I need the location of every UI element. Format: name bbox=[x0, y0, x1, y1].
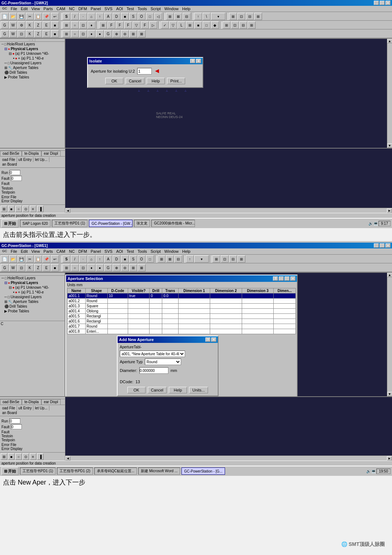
table-row[interactable]: a001.4 Oblong bbox=[68, 309, 296, 314]
aperture-table-select[interactable]: a001, *New Aperture Table for 40-4ET7AP-… bbox=[120, 351, 185, 357]
ico2-4[interactable]: ⊙ bbox=[23, 453, 29, 460]
t2-b13[interactable]: ⊟ bbox=[174, 255, 182, 263]
tb22-16[interactable]: ⊞ bbox=[129, 264, 137, 271]
menu-dfm[interactable]: DFM bbox=[77, 6, 89, 11]
tree2-aperture[interactable]: ⊞ 🔧 Aperture Tables bbox=[0, 299, 65, 304]
ok-button[interactable]: OK bbox=[105, 78, 123, 84]
tree2-physical[interactable]: ⊟ ● Physical Layers bbox=[0, 280, 65, 285]
t2-b18[interactable]: ⊞ bbox=[237, 255, 245, 263]
tb3-3[interactable]: ⊡ bbox=[17, 30, 25, 37]
btn12[interactable]: ⊞ bbox=[166, 13, 174, 20]
new-btn[interactable]: 📄 bbox=[1, 13, 9, 20]
t2-open[interactable]: 📂 bbox=[9, 255, 17, 263]
taskbar2-gz1[interactable]: 工艺指导书PD1 (1) bbox=[20, 467, 56, 475]
scroll-left-btn[interactable]: ◄ bbox=[65, 208, 70, 213]
start-button1[interactable]: ⊞ 开始 bbox=[1, 219, 19, 227]
menu-panel[interactable]: Panel bbox=[89, 6, 102, 11]
menu2-nc[interactable]: NC bbox=[68, 249, 76, 254]
tree2-p1-1[interactable]: • ● + (a) P1.1 *40-e bbox=[0, 290, 65, 295]
tree-drill-tables[interactable]: ⚫ Drill Tables bbox=[0, 70, 65, 75]
btn16[interactable]: \ bbox=[203, 13, 211, 20]
menu2-window[interactable]: Window bbox=[163, 249, 180, 254]
tree-probe-tables[interactable]: ▶ Probe Tables bbox=[0, 75, 65, 80]
load-file-item[interactable]: oad File bbox=[1, 157, 17, 162]
scroll2-down[interactable]: ▼ bbox=[387, 392, 392, 396]
table-row[interactable]: a001.1 Round 10 true 0 0.0 bbox=[68, 293, 296, 299]
icon-btn1[interactable]: ⊞ bbox=[1, 206, 7, 212]
tree2-p1[interactable]: ⊟ ● (a) P1 Unknown *40- bbox=[0, 285, 65, 290]
tb22-5[interactable]: Z bbox=[34, 264, 42, 271]
undo-btn[interactable]: ↩ bbox=[51, 13, 59, 20]
table-row[interactable]: a001.3 Square bbox=[68, 304, 296, 309]
tb22-14[interactable]: ⊕ bbox=[113, 264, 121, 271]
btn2[interactable]: ∙ bbox=[79, 13, 87, 20]
table-row[interactable]: a001.2 Round bbox=[68, 299, 296, 304]
menu2-file[interactable]: File bbox=[9, 249, 19, 254]
menu2-gc[interactable]: GC bbox=[1, 249, 9, 254]
add-aper-q[interactable]: ? bbox=[205, 337, 211, 342]
tb2-27[interactable]: ⊡ bbox=[231, 21, 239, 29]
tb3-10[interactable]: ⊡ bbox=[79, 30, 87, 37]
aper-min-btn[interactable]: ─ bbox=[279, 276, 284, 281]
t2-b5[interactable]: A bbox=[104, 255, 112, 263]
t2-b14[interactable]: ↑ bbox=[186, 255, 194, 263]
add-units-btn[interactable]: Units... bbox=[189, 387, 208, 393]
tb3-14[interactable]: ⊕ bbox=[113, 30, 121, 37]
tb22-6[interactable]: E bbox=[42, 264, 50, 271]
tb2-23[interactable]: ■ bbox=[194, 21, 202, 29]
taskbar-gc1[interactable]: GC-PowerStation - [GW... bbox=[89, 220, 132, 227]
tb3-2[interactable]: W bbox=[9, 30, 17, 37]
btn6[interactable]: D bbox=[113, 13, 121, 20]
btn11[interactable]: ◁ bbox=[154, 13, 162, 20]
taskbar-gz1[interactable]: 工艺指导书PD1 (1) bbox=[52, 220, 87, 227]
icon-btn3[interactable]: ○ bbox=[15, 206, 22, 212]
tb3-8[interactable]: ⊞ bbox=[62, 30, 70, 37]
tb22-1[interactable]: G bbox=[1, 264, 9, 271]
sidebar2-resize[interactable] bbox=[0, 273, 65, 276]
tb22-11[interactable]: ♦ bbox=[87, 264, 95, 271]
cut-btn[interactable]: ✂ bbox=[26, 13, 34, 20]
tree-unassigned[interactable]: ─ □ Unassigned Layers bbox=[0, 61, 65, 65]
tb2-11[interactable]: ♦ bbox=[87, 21, 95, 29]
menu2-aoi[interactable]: AOI bbox=[115, 249, 124, 254]
tb3-12[interactable]: ● bbox=[96, 30, 104, 37]
menu-cam[interactable]: CAM bbox=[55, 6, 67, 11]
btn19[interactable]: ⊟ bbox=[246, 13, 254, 20]
tb2-13[interactable]: F bbox=[107, 21, 115, 29]
btn10[interactable]: □ bbox=[146, 13, 154, 20]
t2-b10[interactable]: □ bbox=[146, 255, 154, 263]
tree-physical-layers[interactable]: ⊟ ● Physical Layers bbox=[0, 46, 65, 51]
menu-edit[interactable]: Edit bbox=[19, 6, 29, 11]
tb2-28[interactable]: ⊟ bbox=[239, 21, 247, 29]
t2-b7[interactable]: ■ bbox=[121, 255, 129, 263]
aper-max-btn[interactable]: □ bbox=[285, 276, 290, 281]
fault-input1[interactable] bbox=[11, 176, 22, 181]
taskbar-gc2000[interactable]: GC2000操作指南 - Micr... bbox=[151, 220, 195, 227]
menu-window[interactable]: Window bbox=[163, 6, 180, 11]
btn5[interactable]: A bbox=[104, 13, 112, 20]
menu-help[interactable]: Help bbox=[181, 6, 192, 11]
menu2-parts[interactable]: Parts bbox=[42, 249, 54, 254]
menu2-tools[interactable]: Tools bbox=[136, 249, 148, 254]
tb2-22[interactable]: ⊞ bbox=[186, 21, 194, 29]
load-file2[interactable]: oad File bbox=[1, 406, 17, 410]
menu-svs[interactable]: SVS bbox=[103, 6, 114, 11]
tb2-2[interactable]: W bbox=[9, 21, 17, 29]
tb22-9[interactable]: ○ bbox=[71, 264, 79, 271]
taskbar2-word[interactable]: 新建 Microsoft Word ... bbox=[138, 467, 180, 475]
tab2-display[interactable]: te-Displa bbox=[22, 399, 41, 405]
tb22-13[interactable]: G bbox=[104, 264, 112, 271]
t2-b15[interactable]: ⊞ bbox=[212, 255, 220, 263]
t2-b17[interactable]: ⊟ bbox=[229, 255, 237, 263]
scroll-down-btn[interactable]: ▼ bbox=[387, 143, 392, 148]
menu2-help[interactable]: Help bbox=[181, 249, 192, 254]
menu-parts[interactable]: Parts bbox=[42, 6, 54, 11]
help-button[interactable]: Help bbox=[147, 78, 165, 84]
ico2-2[interactable]: ■ bbox=[8, 453, 15, 460]
tb2-14[interactable]: F bbox=[116, 21, 124, 29]
btn14[interactable]: ⊟ bbox=[183, 13, 191, 20]
menu-script[interactable]: Script bbox=[149, 6, 162, 11]
add-help-btn[interactable]: Help bbox=[169, 387, 187, 393]
tb2-5[interactable]: Z bbox=[34, 21, 42, 29]
tb3-15[interactable]: ⊖ bbox=[121, 30, 129, 37]
